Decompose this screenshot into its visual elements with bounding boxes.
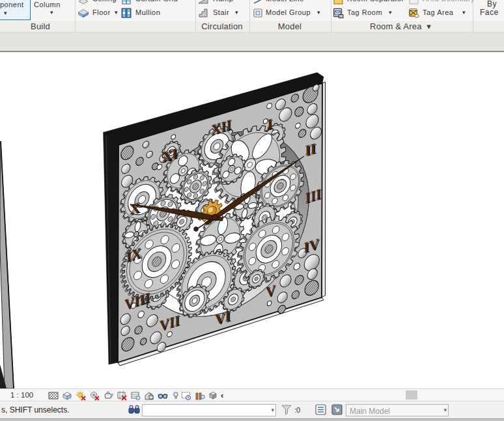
svg-text:X: X <box>130 198 139 218</box>
svg-text:V: V <box>266 281 275 301</box>
svg-text:I: I <box>267 115 272 133</box>
svg-text:II: II <box>305 139 315 159</box>
